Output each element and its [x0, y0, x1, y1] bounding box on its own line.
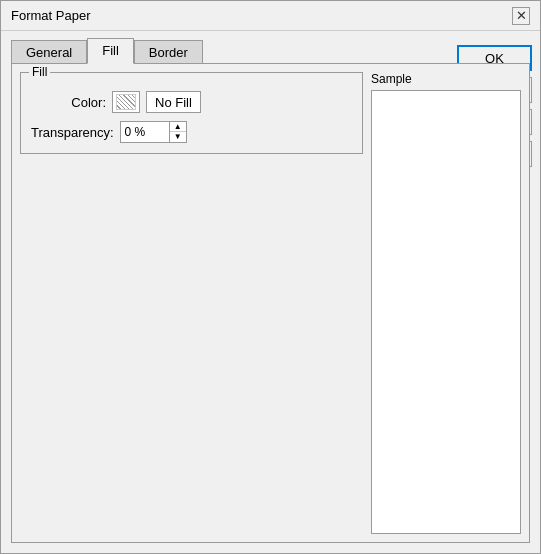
transparency-up-arrow[interactable]: ▲ [170, 122, 186, 132]
title-bar: Format Paper ✕ [1, 1, 540, 31]
dialog-title: Format Paper [11, 8, 90, 23]
format-paper-dialog: Format Paper ✕ General Fill Border Fill [0, 0, 541, 554]
close-button[interactable]: ✕ [512, 7, 530, 25]
tab-general[interactable]: General [11, 40, 87, 64]
tab-border[interactable]: Border [134, 40, 203, 64]
transparency-label: Transparency: [31, 125, 114, 140]
transparency-input[interactable] [120, 121, 170, 143]
color-swatch-button[interactable] [112, 91, 140, 113]
color-row: Color: No Fill [31, 91, 352, 113]
sample-panel: Sample [371, 72, 521, 534]
color-label: Color: [31, 95, 106, 110]
tab-bar: General Fill Border [11, 37, 530, 63]
sample-preview [371, 90, 521, 534]
transparency-spinner: ▲ ▼ [120, 121, 187, 143]
color-swatch-preview [116, 94, 136, 110]
transparency-row: Transparency: ▲ ▼ [31, 121, 352, 143]
transparency-arrows: ▲ ▼ [170, 121, 187, 143]
dialog-body: General Fill Border Fill Color: [1, 31, 540, 553]
sample-label: Sample [371, 72, 521, 86]
fill-group-box: Fill Color: No Fill Transparency: [20, 72, 363, 154]
no-fill-button[interactable]: No Fill [146, 91, 201, 113]
tab-content-area: Fill Color: No Fill Transparency: [11, 63, 530, 543]
close-icon: ✕ [516, 8, 527, 23]
tab-fill[interactable]: Fill [87, 38, 134, 64]
transparency-down-arrow[interactable]: ▼ [170, 132, 186, 142]
fill-group-legend: Fill [29, 65, 50, 79]
left-content: Fill Color: No Fill Transparency: [20, 72, 363, 534]
